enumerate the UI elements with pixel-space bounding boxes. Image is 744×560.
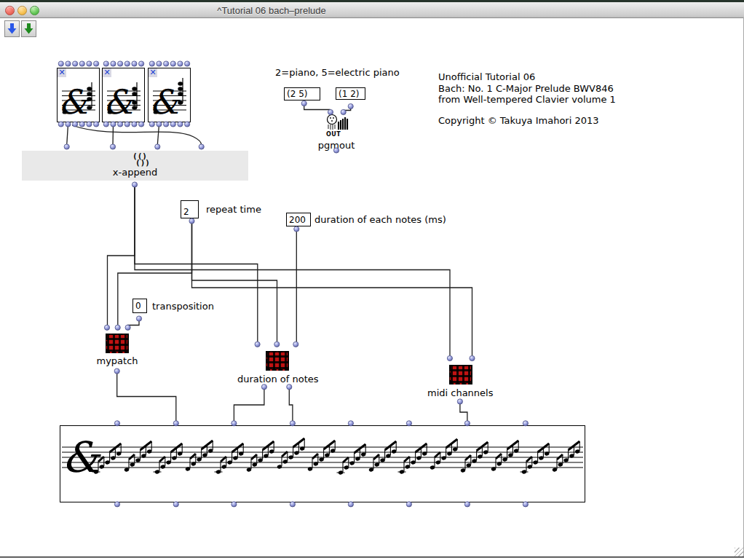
piano-hint-comment: 2=piano, 5=electric piano	[275, 67, 400, 78]
port[interactable]	[66, 61, 71, 66]
number-box-repeat[interactable]: 2	[181, 200, 199, 218]
x-append-object[interactable]: (() ()) x-append	[22, 151, 248, 181]
patch-cable[interactable]	[113, 125, 114, 145]
message-box-2-5[interactable]: (2 5)	[284, 87, 320, 100]
chord-seq-box[interactable]: &	[60, 425, 585, 502]
port[interactable]	[293, 342, 298, 347]
patch-cable[interactable]	[304, 106, 330, 111]
pgmout-out-text: OUT	[326, 131, 341, 138]
number-box-transposition[interactable]: 0	[132, 299, 147, 313]
port[interactable]	[103, 61, 108, 66]
delete-x-icon[interactable]: ✕	[149, 68, 157, 77]
patch-cable[interactable]	[157, 125, 159, 145]
port[interactable]	[199, 144, 204, 149]
treble-clef-icon: &	[103, 82, 135, 122]
port[interactable]	[294, 226, 299, 232]
port[interactable]	[189, 218, 194, 224]
port[interactable]	[149, 61, 154, 66]
port[interactable]	[185, 61, 190, 66]
port[interactable]	[157, 61, 162, 66]
port[interactable]	[132, 182, 137, 187]
port[interactable]	[79, 61, 84, 66]
window-title: ^Tutorial 06 bach–prelude	[0, 5, 543, 16]
patch-cable[interactable]	[128, 321, 139, 326]
list-icon: (() ())	[125, 153, 154, 166]
port[interactable]	[104, 325, 109, 330]
port[interactable]	[261, 384, 266, 390]
treble-clef-icon: &	[58, 82, 90, 122]
port[interactable]	[470, 355, 475, 360]
number-box-duration[interactable]: 200	[286, 213, 311, 226]
port[interactable]	[132, 61, 137, 66]
duration-of-notes-label: duration of notes	[237, 374, 317, 384]
chord-box-3[interactable]: ✕&	[148, 68, 191, 122]
port[interactable]	[73, 61, 78, 66]
info-comment: Unofficial Tutorial 06 Bach: No. 1 C-Maj…	[438, 71, 616, 106]
midi-channels-object[interactable]	[449, 365, 472, 384]
port[interactable]	[124, 61, 130, 66]
window-titlebar[interactable]: ^Tutorial 06 bach–prelude	[0, 2, 744, 18]
mypatch-object[interactable]	[106, 334, 129, 353]
port[interactable]	[274, 342, 280, 347]
patch-cable[interactable]	[108, 187, 135, 325]
port[interactable]	[457, 399, 462, 404]
port[interactable]	[136, 316, 141, 321]
patch-cable[interactable]	[289, 390, 293, 421]
delete-x-icon[interactable]: ✕	[103, 68, 111, 77]
patch-cable[interactable]	[344, 109, 351, 111]
pgmout-icon[interactable]: OUT	[325, 113, 349, 138]
duration-label: duration of each notes (ms)	[314, 214, 446, 225]
port[interactable]	[114, 368, 119, 374]
treble-clef-icon: &	[62, 433, 101, 482]
port[interactable]	[87, 61, 92, 66]
delete-x-icon[interactable]: ✕	[58, 68, 66, 77]
midi-channels-label: midi channels	[427, 387, 493, 398]
port[interactable]	[118, 61, 123, 66]
patch-cable[interactable]	[192, 224, 472, 356]
treble-clef-icon: &	[149, 82, 181, 122]
port[interactable]	[447, 355, 452, 360]
patch-cable[interactable]	[460, 404, 467, 421]
repeat-time-label: repeat time	[206, 204, 261, 215]
patch-cable[interactable]	[67, 125, 68, 145]
port[interactable]	[155, 144, 160, 149]
port[interactable]	[255, 342, 260, 347]
port[interactable]	[111, 61, 116, 66]
port[interactable]	[125, 325, 130, 330]
port[interactable]	[115, 325, 120, 330]
port[interactable]	[287, 384, 292, 390]
patcher-canvas[interactable]: (() ()) x-append 2=piano, 5=electric pia…	[0, 17, 744, 557]
chord-box-1[interactable]: ✕&	[57, 68, 100, 122]
port[interactable]	[64, 144, 69, 149]
port[interactable]	[110, 144, 115, 149]
resize-grip[interactable]	[735, 548, 743, 556]
transposition-label: transposition	[152, 301, 214, 312]
duration-of-notes-object[interactable]	[266, 351, 289, 371]
port[interactable]	[164, 61, 169, 66]
port[interactable]	[58, 61, 63, 66]
port[interactable]	[94, 61, 99, 66]
patch-cable[interactable]	[234, 390, 264, 421]
pgmout-label: pgmout	[311, 140, 362, 151]
port[interactable]	[139, 61, 144, 66]
mypatch-label: mypatch	[92, 355, 143, 366]
patch-cable[interactable]	[117, 374, 176, 421]
score-staff: &	[60, 426, 585, 502]
x-append-label: x-append	[22, 167, 248, 178]
chord-box-2[interactable]: ✕&	[102, 68, 145, 122]
patch-cable[interactable]	[72, 125, 202, 145]
port[interactable]	[178, 61, 183, 66]
port[interactable]	[348, 103, 353, 109]
window-bottom-edge	[0, 556, 744, 558]
patch-cable[interactable]	[192, 224, 277, 342]
port[interactable]	[301, 100, 306, 106]
copyright-comment: Copyright © Takuya Imahori 2013	[438, 115, 599, 126]
message-box-1-2[interactable]: (1 2)	[336, 87, 365, 100]
port[interactable]	[170, 61, 175, 66]
